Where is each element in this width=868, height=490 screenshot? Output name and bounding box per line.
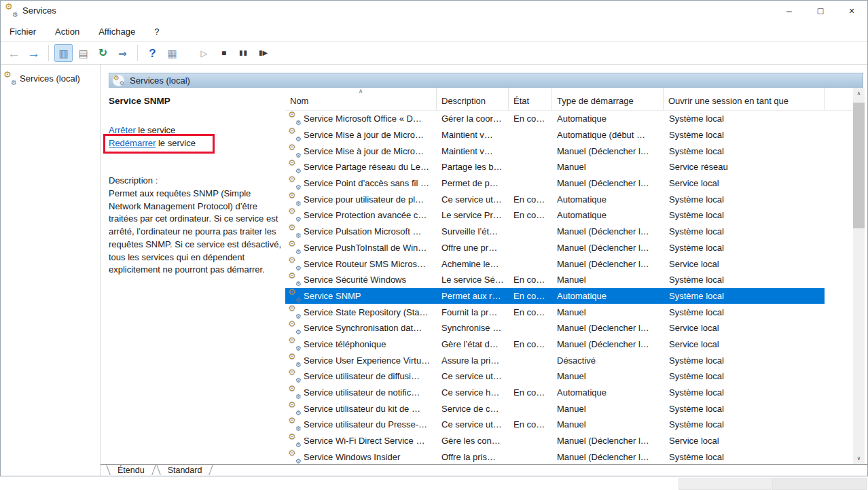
table-row[interactable]: ⚙⚙Service Wi-Fi Direct Service …Gère les… [285, 433, 825, 449]
export-list-button[interactable]: ⇒ [113, 44, 132, 62]
service-name-label: Service PushToInstall de Win… [304, 243, 427, 253]
table-row[interactable]: ⚙⚙Service Synchronisation dat…Synchronis… [285, 320, 825, 336]
service-name-label: Service State Repository (Sta… [304, 307, 429, 317]
column-header-label: Type de démarrage [557, 96, 634, 106]
table-row[interactable]: ⚙⚙Service Mise à jour de Micro…Maintient… [285, 127, 825, 143]
table-row[interactable]: ⚙⚙Service utilisateur du Presse-…Ce serv… [285, 417, 825, 433]
column-header-etat[interactable]: État [509, 88, 552, 110]
service-gear-icon: ⚙⚙ [289, 322, 300, 334]
scrollbar-thumb[interactable] [853, 103, 865, 228]
menu-help[interactable]: ? [145, 21, 168, 41]
service-name-cell: ⚙⚙Service Pulsation Microsoft … [285, 224, 437, 240]
service-logon-cell: Système local [664, 368, 825, 385]
service-logon-cell: Système local [664, 449, 825, 464]
table-row[interactable]: ⚙⚙Service utilisateur de notific…Ce serv… [285, 385, 825, 401]
column-header-description[interactable]: Description [437, 88, 509, 110]
start-service-button[interactable]: ▷ [195, 44, 213, 62]
column-header-nom[interactable]: ∧ Nom [285, 88, 437, 110]
maximize-button[interactable]: □ [805, 0, 836, 21]
service-name-label: Service Routeur SMS Micros… [304, 259, 426, 269]
service-gear-icon: ⚙⚙ [289, 242, 300, 253]
service-gear-icon: ⚙⚙ [289, 307, 300, 318]
minimize-button[interactable]: – [774, 0, 805, 21]
service-name-label: Service utilisateur du kit de … [304, 404, 420, 414]
service-startup-type-cell: Manuel (Déclencher l… [552, 433, 664, 449]
table-row[interactable]: ⚙⚙Service Sécurité WindowsLe service Sé…… [285, 272, 825, 288]
service-logon-cell: Système local [664, 417, 825, 433]
services-window: ⚙⚙ Services – □ × Fichier Action Afficha… [0, 0, 868, 490]
column-header-label: Ouvrir une session en tant que [668, 96, 789, 106]
show-console-tree-button[interactable]: ▥ [54, 44, 73, 62]
table-row[interactable]: ⚙⚙Service Mise à jour de Micro…Maintient… [285, 143, 825, 159]
help-button[interactable]: ? [143, 44, 162, 62]
properties-button[interactable]: ▤ [74, 44, 92, 62]
back-button[interactable]: ← [5, 44, 23, 62]
tab-standard[interactable]: Standard [156, 465, 214, 476]
toolbar-separator [137, 45, 138, 61]
service-description-cell: Assure la pri… [437, 352, 509, 368]
pause-service-button[interactable]: ▮▮ [234, 44, 253, 62]
service-description-cell: Surveille l’ét… [437, 224, 509, 240]
column-header-type-demarrage[interactable]: Type de démarrage [552, 88, 664, 110]
tree-item-services-local[interactable]: ⚙⚙ Services (local) [0, 71, 100, 86]
scroll-up-button[interactable]: ∧ [853, 88, 865, 99]
restart-service-link[interactable]: Redémarrer [109, 138, 156, 148]
table-row[interactable]: ⚙⚙Service Microsoft Office « D…Gérer la … [285, 111, 825, 127]
service-gear-icon: ⚙⚙ [289, 145, 300, 157]
column-header-label: Nom [290, 96, 308, 106]
view-columns-button[interactable]: ▦ [163, 44, 181, 62]
table-row[interactable]: ⚙⚙Service utilisateur du kit de …Service… [285, 400, 825, 417]
service-name-label: Service Mise à jour de Micro… [304, 130, 424, 140]
tab-etendu[interactable]: Étendu [106, 465, 156, 476]
table-row[interactable]: ⚙⚙Service Point d’accès sans fil …Permet… [285, 175, 825, 192]
service-startup-type-cell: Manuel [552, 368, 664, 385]
service-name-label: Service utilisateur du Presse-… [304, 419, 427, 430]
service-state-cell [509, 256, 552, 272]
scroll-down-button[interactable]: ∨ [853, 453, 865, 464]
vertical-scrollbar[interactable]: ∧ ∨ [853, 88, 865, 464]
annotation-highlight-box: Redémarrer le service [103, 134, 215, 154]
service-state-cell: En co… [509, 336, 552, 353]
service-logon-cell: Système local [664, 191, 825, 207]
service-gear-icon: ⚙⚙ [289, 226, 300, 237]
service-description-cell: Ce service ut… [437, 191, 509, 207]
menu-action[interactable]: Action [46, 21, 89, 41]
help-icon: ? [149, 48, 156, 59]
table-row[interactable]: ⚙⚙Service Windows InsiderOffre la pris…M… [285, 449, 825, 464]
service-state-cell: En co… [509, 304, 552, 320]
service-startup-type-cell: Manuel [552, 417, 664, 433]
refresh-button[interactable]: ↻ [94, 44, 112, 62]
table-row[interactable]: ⚙⚙Service State Repository (Sta…Fournit … [285, 304, 825, 320]
table-row[interactable]: ⚙⚙Service PushToInstall de Win…Offre une… [285, 240, 825, 256]
menu-fichier[interactable]: Fichier [0, 21, 46, 41]
service-name-label: Service Microsoft Office « D… [304, 113, 422, 124]
service-name-cell: ⚙⚙Service Mise à jour de Micro… [285, 127, 437, 143]
column-header-session[interactable]: Ouvrir une session en tant que [664, 88, 825, 110]
close-button[interactable]: × [836, 0, 867, 21]
service-gear-icon: ⚙⚙ [289, 355, 300, 366]
service-startup-type-cell: Manuel (Déclencher l… [552, 256, 664, 272]
table-row[interactable]: ⚙⚙Service User Experience Virtu…Assure l… [285, 352, 825, 368]
stop-service-button[interactable]: ■ [215, 44, 233, 62]
table-row[interactable]: ⚙⚙Service Protection avancée c…Le servic… [285, 207, 825, 224]
table-row[interactable]: ⚙⚙Service téléphoniqueGère l’état d…En c… [285, 336, 825, 353]
forward-button[interactable]: → [24, 44, 43, 62]
table-row[interactable]: ⚙⚙Service pour utilisateur de pl…Ce serv… [285, 191, 825, 207]
service-logon-cell: Système local [664, 224, 825, 240]
service-startup-type-cell: Automatique (début … [552, 127, 664, 143]
service-logon-cell: Système local [664, 143, 825, 159]
table-row[interactable]: ⚙⚙Service Partage réseau du Le…Partage l… [285, 159, 825, 175]
restart-service-button[interactable]: ▮▶ [254, 44, 272, 62]
table-row[interactable]: ⚙⚙Service utilisateur de diffusi…Ce serv… [285, 368, 825, 385]
table-row[interactable]: ⚙⚙Service Pulsation Microsoft …Surveille… [285, 224, 825, 240]
forward-icon: → [27, 47, 40, 60]
services-gear-icon: ⚙⚙ [113, 75, 124, 86]
view-columns-icon: ▦ [167, 48, 177, 58]
menu-affichage[interactable]: Affichage [89, 21, 145, 41]
service-name-cell: ⚙⚙Service Protection avancée c… [285, 207, 437, 224]
table-row[interactable]: ⚙⚙Service SNMPPermet aux r…En co…Automat… [285, 288, 825, 304]
table-row[interactable]: ⚙⚙Service Routeur SMS Micros…Achemine le… [285, 256, 825, 272]
service-state-cell: En co… [509, 417, 552, 433]
properties-icon: ▤ [78, 48, 88, 58]
service-name-label: Service utilisateur de notific… [304, 387, 420, 398]
